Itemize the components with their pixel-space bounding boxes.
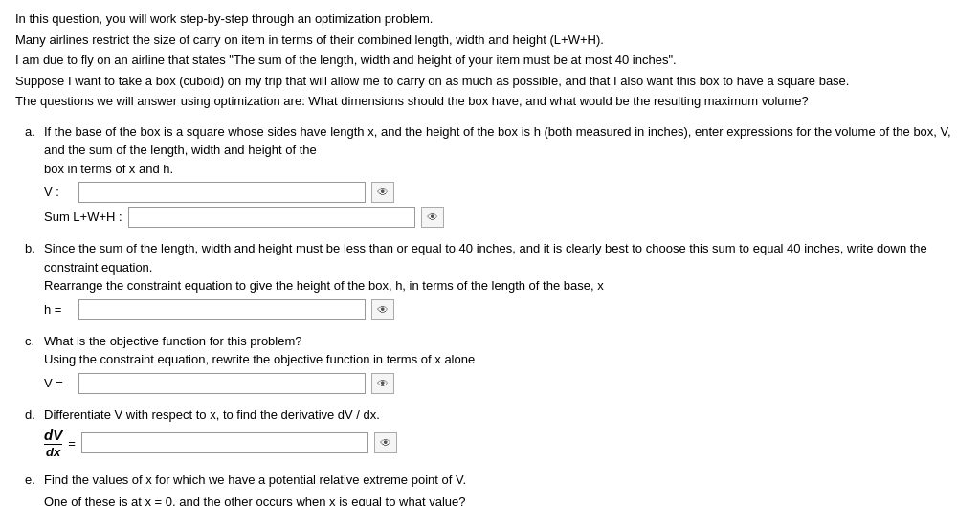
eye-icon-c: 👁 — [377, 377, 389, 390]
q-c-letter: c. — [25, 332, 38, 351]
q-d-text: Differentiate V with respect to x, to fi… — [44, 406, 965, 425]
eye-icon-sum: 👁 — [427, 210, 438, 224]
questions-section: a. If the base of the box is a square wh… — [25, 122, 965, 507]
question-e-label: e. Find the values of x for which we hav… — [25, 471, 965, 490]
sum-input[interactable] — [128, 207, 415, 228]
q-b-text: Since the sum of the length, width and h… — [44, 239, 965, 296]
v-label-a: V : — [44, 183, 73, 202]
eye-icon-d: 👁 — [380, 436, 391, 450]
q-c-text: What is the objective function for this … — [44, 332, 965, 369]
question-d-label: d. Differentiate V with respect to x, to… — [25, 406, 965, 425]
intro-line5: The questions we will answer using optim… — [15, 92, 965, 111]
intro-line3: I am due to fly on an airline that state… — [15, 51, 965, 70]
question-a-label: a. If the base of the box is a square wh… — [25, 122, 965, 179]
question-a: a. If the base of the box is a square wh… — [25, 122, 965, 229]
q-d-letter: d. — [25, 406, 38, 425]
v-input-row-a: V : 👁 — [44, 182, 965, 203]
q-a-text: If the base of the box is a square whose… — [44, 122, 965, 179]
dv-numerator: dV — [44, 428, 62, 444]
v-label-c: V = — [44, 374, 73, 393]
question-c: c. What is the objective function for th… — [25, 332, 965, 394]
dvdx-eye-button[interactable]: 👁 — [374, 432, 397, 453]
v-input-row-c: V = 👁 — [44, 373, 965, 394]
intro-section: In this question, you will work step-by-… — [15, 10, 965, 111]
question-b: b. Since the sum of the length, width an… — [25, 239, 965, 320]
v-eye-button-a[interactable]: 👁 — [371, 182, 394, 203]
sum-input-row: Sum L+W+H : 👁 — [44, 207, 965, 228]
eye-icon-h: 👁 — [377, 303, 389, 317]
v-input-c[interactable] — [78, 373, 366, 394]
q-e-text: Find the values of x for which we have a… — [44, 471, 965, 490]
question-d: d. Differentiate V with respect to x, to… — [25, 406, 965, 459]
q-e-subtext1: One of these is at x = 0, and the other … — [44, 493, 965, 506]
question-b-label: b. Since the sum of the length, width an… — [25, 239, 965, 296]
dvdx-equals: = — [68, 434, 76, 453]
dvdx-fraction: dV dx — [44, 428, 62, 459]
v-eye-button-c[interactable]: 👁 — [371, 373, 394, 394]
eye-icon-a: 👁 — [377, 186, 389, 199]
question-c-label: c. What is the objective function for th… — [25, 332, 965, 369]
dvdx-input[interactable] — [81, 432, 368, 453]
v-input-a[interactable] — [78, 182, 366, 203]
intro-line1: In this question, you will work step-by-… — [15, 10, 965, 29]
h-input[interactable] — [78, 299, 366, 320]
q-a-letter: a. — [25, 122, 38, 142]
sum-eye-button[interactable]: 👁 — [421, 207, 444, 228]
q-e-letter: e. — [25, 471, 38, 490]
h-eye-button[interactable]: 👁 — [371, 299, 394, 320]
sum-label: Sum L+W+H : — [44, 208, 122, 227]
dx-denominator: dx — [44, 444, 62, 459]
h-input-row: h = 👁 — [44, 299, 965, 320]
intro-line4: Suppose I want to take a box (cuboid) on… — [15, 72, 965, 91]
q-b-letter: b. — [25, 239, 38, 258]
intro-line2: Many airlines restrict the size of carry… — [15, 31, 965, 50]
h-label: h = — [44, 300, 73, 319]
question-e: e. Find the values of x for which we hav… — [25, 471, 965, 506]
dvdx-input-row: dV dx = 👁 — [44, 428, 965, 459]
